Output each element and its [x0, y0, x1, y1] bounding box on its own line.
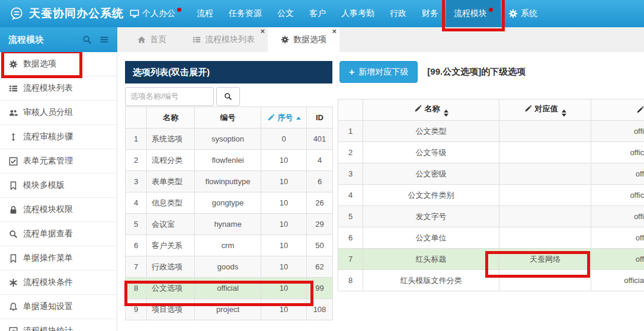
nav-item-3[interactable]: 公文	[270, 0, 302, 27]
table-row[interactable]: 2流程分类flowfenlei104	[126, 150, 333, 171]
table-cell[interactable]	[499, 227, 591, 249]
table-cell[interactable]: 红头模版文件分类	[363, 270, 499, 291]
table-cell[interactable]: 10	[261, 299, 307, 320]
table-cell[interactable]: 29	[307, 214, 333, 235]
table-cell[interactable]: 62	[307, 256, 333, 278]
add-sub-option-button[interactable]: + 新增对应下级	[339, 61, 418, 83]
table-cell[interactable]: 10	[261, 214, 307, 235]
tab-2[interactable]: 数据选项×	[268, 27, 339, 52]
table-row[interactable]: 5会议室hyname1029	[126, 214, 333, 235]
table-cell[interactable]: offic	[591, 185, 644, 206]
table-cell[interactable]: crm	[195, 235, 261, 256]
tab-0[interactable]: 首页	[124, 27, 180, 52]
table-cell[interactable]	[499, 270, 591, 291]
table-cell[interactable]: 天蚕网络	[499, 249, 591, 270]
table-row[interactable]: 1系统选项sysoption0401	[126, 128, 333, 150]
table-cell[interactable]: 0	[261, 128, 307, 150]
table-cell[interactable]: 会议室	[147, 214, 195, 235]
table-cell[interactable]: flowinputtype	[195, 171, 261, 192]
table-cell[interactable]: off	[591, 163, 644, 185]
sidebar-item-6[interactable]: 流程模块权限	[0, 198, 117, 222]
table-cell[interactable]: 表单类型	[147, 171, 195, 192]
table-row[interactable]: 3表单类型flowinputtype106	[126, 171, 333, 192]
sidebar-item-9[interactable]: 流程模块条件	[0, 271, 117, 295]
table-row[interactable]: 8红头模版文件分类officia	[338, 270, 644, 291]
table-cell[interactable]: off	[591, 227, 644, 249]
table-row[interactable]: 1公文类型offi	[338, 121, 644, 142]
close-icon[interactable]: ×	[332, 27, 337, 36]
sidebar-item-1[interactable]: 流程模块列表	[0, 76, 117, 101]
column-header[interactable]	[591, 99, 644, 121]
table-cell[interactable]: 10	[261, 278, 307, 299]
table-row[interactable]: 7红头标题天蚕网络off	[338, 249, 644, 270]
table-row[interactable]: 8公文选项official1099	[126, 278, 333, 299]
sidebar-item-10[interactable]: 单据通知设置	[0, 295, 117, 319]
menu-icon[interactable]	[100, 35, 109, 44]
sidebar-item-11[interactable]: 流程模块统计	[0, 319, 117, 331]
table-cell[interactable]: offic	[591, 142, 644, 163]
nav-item-0[interactable]: 个人办公	[122, 0, 189, 27]
search-button[interactable]	[216, 87, 240, 106]
table-cell[interactable]: 10	[261, 235, 307, 256]
table-cell[interactable]: gongtype	[195, 192, 261, 214]
table-row[interactable]: 5发文字号offi	[338, 206, 644, 227]
table-cell[interactable]	[499, 206, 591, 227]
table-cell[interactable]: 公文密级	[363, 163, 499, 185]
column-header[interactable]: 序号	[261, 107, 307, 128]
tab-1[interactable]: 流程模块列表×	[180, 27, 268, 52]
table-row[interactable]: 2公文等级offic	[338, 142, 644, 163]
table-cell[interactable]: 4	[307, 150, 333, 171]
table-row[interactable]: 6公文单位off	[338, 227, 644, 249]
sidebar-item-5[interactable]: 模块多模版	[0, 173, 117, 198]
nav-item-6[interactable]: 行政	[382, 0, 414, 27]
table-cell[interactable]: 公文类型	[363, 121, 499, 142]
table-row[interactable]: 7行政选项goods1062	[126, 256, 333, 278]
column-header[interactable]: 名称	[363, 99, 499, 121]
table-cell[interactable]: offi	[591, 206, 644, 227]
table-cell[interactable]: 108	[307, 299, 333, 320]
nav-item-7[interactable]: 财务	[414, 0, 446, 27]
table-cell[interactable]: 发文字号	[363, 206, 499, 227]
table-cell[interactable]: project	[195, 299, 261, 320]
table-cell[interactable]: 公文单位	[363, 227, 499, 249]
sidebar-item-3[interactable]: 流程审核步骤	[0, 125, 117, 149]
table-cell[interactable]: hyname	[195, 214, 261, 235]
table-cell[interactable]: flowfenlei	[195, 150, 261, 171]
table-cell[interactable]: sysoption	[195, 128, 261, 150]
table-row[interactable]: 6客户关系crm1050	[126, 235, 333, 256]
close-icon[interactable]: ×	[260, 27, 265, 36]
table-cell[interactable]: 10	[261, 150, 307, 171]
table-cell[interactable]: 系统选项	[147, 128, 195, 150]
nav-item-2[interactable]: 任务资源	[221, 0, 270, 27]
nav-item-8[interactable]: 流程模块	[446, 0, 501, 27]
table-cell[interactable]: off	[591, 249, 644, 270]
table-cell[interactable]: offi	[591, 121, 644, 142]
nav-item-1[interactable]: 流程	[189, 0, 221, 27]
table-cell[interactable]: 客户关系	[147, 235, 195, 256]
table-cell[interactable]: 99	[307, 278, 333, 299]
table-row[interactable]: 3公文密级off	[338, 163, 644, 185]
table-cell[interactable]	[499, 185, 591, 206]
table-cell[interactable]	[499, 163, 591, 185]
sidebar-item-0[interactable]: 数据选项	[0, 52, 117, 76]
table-cell[interactable]: 26	[307, 192, 333, 214]
table-cell[interactable]: 10	[261, 171, 307, 192]
nav-item-5[interactable]: 人事考勤	[334, 0, 382, 27]
table-cell[interactable]: 公文文件类别	[363, 185, 499, 206]
table-cell[interactable]: 公文选项	[147, 278, 195, 299]
sidebar-item-2[interactable]: 审核人员分组	[0, 101, 117, 125]
search-input[interactable]	[125, 87, 214, 106]
sidebar-item-8[interactable]: 单据操作菜单	[0, 246, 117, 271]
table-cell[interactable]: 红头标题	[363, 249, 499, 270]
table-cell[interactable]: 50	[307, 235, 333, 256]
sidebar-item-7[interactable]: 流程单据查看	[0, 222, 117, 246]
table-cell[interactable]: 信息类型	[147, 192, 195, 214]
table-cell[interactable]: goods	[195, 256, 261, 278]
nav-item-9[interactable]: 系统	[501, 0, 545, 27]
table-row[interactable]: 4公文文件类别offic	[338, 185, 644, 206]
table-cell[interactable]: 10	[261, 192, 307, 214]
search-icon[interactable]	[82, 35, 92, 44]
table-cell[interactable]: officia	[591, 270, 644, 291]
table-cell[interactable]	[499, 121, 591, 142]
table-cell[interactable]	[499, 142, 591, 163]
